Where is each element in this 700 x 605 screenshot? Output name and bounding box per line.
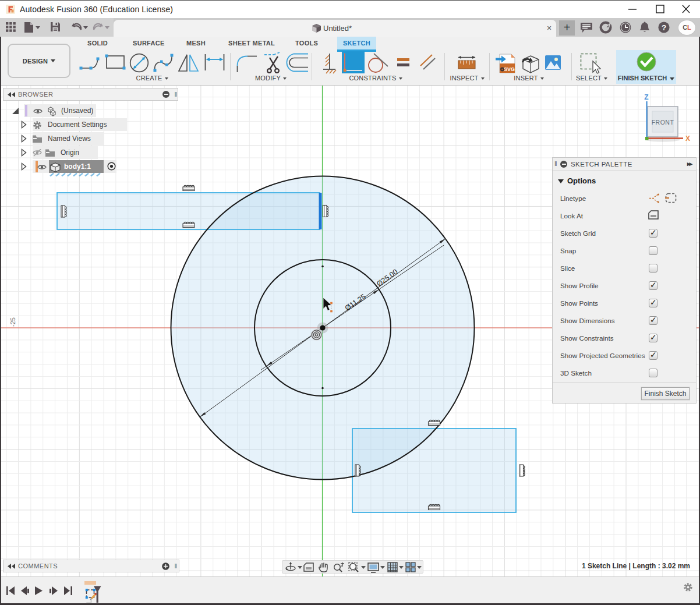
insert-svg-button[interactable]: SVG <box>495 53 516 74</box>
mirror-tool-button[interactable] <box>178 54 199 72</box>
look-at-button[interactable] <box>648 210 659 222</box>
file-menu-caret[interactable] <box>36 26 40 29</box>
show-profile-checkbox[interactable] <box>649 281 657 290</box>
timeline-sketch-feature[interactable] <box>83 581 104 603</box>
grid-settings-icon[interactable] <box>387 562 398 572</box>
parallel-constraint-badge[interactable] <box>519 465 525 476</box>
workspace-dropdown[interactable]: DESIGN <box>8 44 70 78</box>
close-button[interactable] <box>677 3 695 16</box>
finish-sketch-button[interactable]: FINISH SKETCH <box>616 50 676 84</box>
viewports-icon[interactable] <box>405 562 416 572</box>
show-dimensions-checkbox[interactable] <box>649 316 657 325</box>
sketch-palette-header[interactable]: ‖ SKETCH PALETTE ▸▸ <box>553 158 696 171</box>
new-tab-button[interactable]: + <box>559 20 575 36</box>
sketch-endpoint-mark[interactable] <box>330 310 333 313</box>
group-insert[interactable]: INSERT <box>494 75 564 82</box>
comments-bar[interactable]: COMMENTS ‖ <box>3 560 179 572</box>
expand-arrow-icon[interactable] <box>21 135 27 143</box>
tab-surface[interactable]: SURFACE <box>133 40 165 47</box>
file-icon[interactable] <box>24 22 33 33</box>
line-tool-button[interactable] <box>79 53 101 74</box>
comments-panel-icon[interactable] <box>580 21 593 34</box>
notifications-bell-icon[interactable] <box>638 21 651 34</box>
show-constraints-checkbox[interactable] <box>649 334 657 342</box>
pan-icon[interactable] <box>318 562 329 573</box>
browser-minimize-icon[interactable] <box>162 91 169 98</box>
group-create[interactable]: CREATE <box>114 75 190 82</box>
activate-radio-icon[interactable] <box>107 162 116 173</box>
group-constraints[interactable]: CONSTRAINTS <box>338 75 413 82</box>
finish-sketch-palette-button[interactable]: Finish Sketch <box>641 387 690 400</box>
browser-collapse-icon[interactable] <box>8 92 15 97</box>
options-section-header[interactable]: Options <box>558 176 596 185</box>
sketch-point[interactable] <box>321 387 324 390</box>
snap-checkbox[interactable] <box>649 246 657 255</box>
browser-grip[interactable]: ‖ <box>174 91 177 98</box>
step-back-button[interactable] <box>21 586 29 595</box>
3d-sketch-checkbox[interactable] <box>649 369 657 377</box>
undo-menu-caret[interactable] <box>83 26 88 29</box>
fix-unfix-tool-button[interactable] <box>321 52 337 75</box>
minimize-button[interactable] <box>624 3 641 16</box>
help-icon[interactable]: ? <box>657 21 670 34</box>
palette-minimize-icon[interactable] <box>560 161 567 168</box>
sketch-dimension-tool-button[interactable] <box>204 54 225 71</box>
go-to-start-button[interactable] <box>6 586 15 595</box>
group-modify[interactable]: MODIFY <box>236 75 306 82</box>
show-points-checkbox[interactable] <box>649 299 657 307</box>
tab-tools[interactable]: TOOLS <box>295 40 318 47</box>
eye-off-icon[interactable] <box>33 148 42 159</box>
redo-icon[interactable] <box>93 22 104 31</box>
concentric-constraint-badge[interactable] <box>311 329 323 341</box>
zoom-window-icon[interactable] <box>348 562 359 573</box>
orbit-icon[interactable] <box>285 562 296 572</box>
horizontal-vertical-tool-button-active[interactable] <box>342 51 365 73</box>
measure-tool-button[interactable] <box>458 55 476 70</box>
play-button[interactable] <box>35 586 43 595</box>
maximize-button[interactable] <box>651 3 669 16</box>
expand-corner-icon[interactable] <box>12 107 19 115</box>
select-tool-button[interactable] <box>580 53 602 75</box>
rectangle-tool-button[interactable] <box>105 54 126 70</box>
document-tab-close-icon[interactable]: × <box>547 24 551 32</box>
recent-clock-icon[interactable] <box>619 21 632 34</box>
trim-tool-button[interactable] <box>264 52 284 74</box>
display-settings-icon[interactable] <box>367 562 379 573</box>
offset-tool-button[interactable] <box>285 53 309 73</box>
palette-collapse-icon[interactable]: ▸▸ <box>687 160 691 168</box>
sketch-endpoint-mark[interactable] <box>330 302 333 305</box>
circle-tool-button[interactable] <box>129 53 149 73</box>
expand-arrow-icon[interactable] <box>21 121 27 129</box>
sketch-point[interactable] <box>321 266 324 268</box>
slice-checkbox[interactable] <box>649 264 657 273</box>
group-inspect[interactable]: INSPECT <box>432 75 502 82</box>
look-at-icon[interactable] <box>303 562 314 572</box>
app-launcher-icon[interactable] <box>6 22 16 32</box>
avatar[interactable]: CL <box>678 20 696 36</box>
eye-icon[interactable] <box>33 107 43 117</box>
parallel-tool-button[interactable] <box>419 54 436 70</box>
tab-sheet-metal[interactable]: SHEET METAL <box>228 40 275 47</box>
spline-tool-button[interactable] <box>153 52 175 73</box>
save-icon[interactable] <box>51 22 60 31</box>
sketch-grid-checkbox[interactable] <box>649 229 657 238</box>
step-forward-button[interactable] <box>50 586 58 595</box>
construction-linetype-icon[interactable] <box>649 193 660 206</box>
show-projected-geometries-checkbox[interactable] <box>649 351 657 360</box>
add-comment-icon[interactable] <box>162 562 169 570</box>
timeline-settings-gear-icon[interactable] <box>683 582 693 592</box>
job-status-icon[interactable] <box>599 21 612 34</box>
origin-point[interactable] <box>320 325 325 330</box>
palette-grip[interactable]: ‖ <box>554 160 557 167</box>
document-tab[interactable]: Untitled* × <box>114 20 556 37</box>
parallel-constraint-badge[interactable] <box>183 185 195 190</box>
browser-header[interactable]: BROWSER ‖ <box>3 88 178 101</box>
expand-arrow-icon[interactable] <box>21 162 27 171</box>
tangent-tool-button[interactable] <box>367 52 389 74</box>
redo-menu-caret[interactable] <box>105 26 109 29</box>
tab-sketch[interactable]: SKETCH <box>337 37 376 49</box>
comments-grip[interactable]: ‖ <box>174 562 177 569</box>
view-cube[interactable]: FRONT Z X <box>644 93 690 143</box>
insert-canvas-button[interactable] <box>545 55 561 70</box>
fillet-tool-button[interactable] <box>236 53 258 73</box>
